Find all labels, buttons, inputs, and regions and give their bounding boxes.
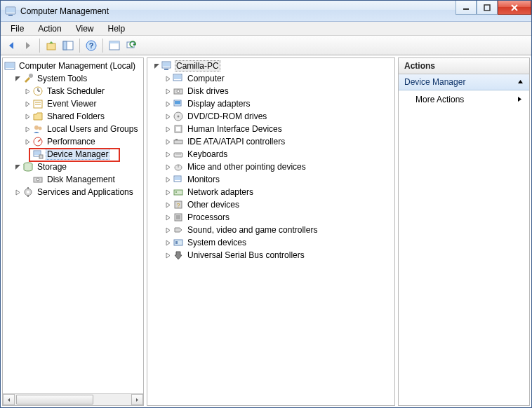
device-category-row[interactable]: DVD/CD-ROM drives (149, 110, 394, 123)
collapse-icon[interactable] (152, 61, 161, 71)
device-root[interactable]: Camilla-PC (149, 60, 394, 72)
minimize-button[interactable] (455, 1, 477, 15)
menu-file[interactable]: File (4, 22, 31, 35)
device-category-label: Network adapters (186, 186, 255, 198)
device-category-row[interactable]: Computer (149, 72, 394, 85)
expand-icon[interactable] (163, 238, 173, 247)
device-category-row[interactable]: Monitors (149, 173, 394, 186)
expand-icon[interactable] (163, 111, 173, 121)
help-button[interactable]: ? (84, 38, 99, 53)
menu-help[interactable]: Help (101, 22, 133, 35)
menu-view[interactable]: View (69, 22, 101, 35)
console-tree[interactable]: Computer Management (Local) System Tools… (3, 58, 143, 393)
expand-icon[interactable] (163, 99, 173, 109)
actions-more-label: More Actions (415, 95, 464, 104)
expand-icon[interactable] (13, 187, 22, 197)
close-button[interactable] (498, 1, 531, 15)
refresh-button[interactable] (124, 38, 139, 53)
tree-services-apps[interactable]: Services and Applications (4, 186, 143, 198)
device-category-row[interactable]: Display adapters (149, 97, 394, 110)
device-category-row[interactable]: Human Interface Devices (149, 123, 394, 135)
mmc-icon (4, 60, 15, 72)
show-hide-tree-button[interactable] (60, 38, 76, 53)
body-panes: Computer Management (Local) System Tools… (1, 55, 531, 407)
forward-button[interactable] (20, 38, 36, 53)
properties-button[interactable] (107, 38, 122, 53)
device-category-row[interactable]: Keyboards (149, 148, 394, 161)
expand-icon[interactable] (163, 149, 173, 159)
titlebar[interactable]: Computer Management (1, 1, 531, 22)
device-category-icon (173, 161, 184, 172)
svg-point-35 (27, 191, 29, 193)
expand-icon[interactable] (22, 137, 32, 147)
device-category-row[interactable]: IDE ATA/ATAPI controllers (149, 135, 394, 148)
expand-icon[interactable] (163, 250, 173, 260)
back-button[interactable] (4, 38, 19, 53)
device-category-row[interactable]: Processors (149, 211, 394, 224)
tree-storage[interactable]: Storage (4, 161, 143, 173)
expand-icon[interactable] (163, 137, 173, 147)
device-category-row[interactable]: Universal Serial Bus controllers (149, 249, 394, 261)
svg-rect-40 (164, 69, 168, 70)
expand-icon[interactable] (163, 225, 173, 235)
tree-system-tools[interactable]: System Tools (4, 72, 143, 85)
tree-root[interactable]: Computer Management (Local) (4, 60, 143, 72)
expand-icon[interactable] (163, 74, 173, 83)
svg-rect-58 (175, 177, 180, 180)
expand-icon[interactable] (163, 200, 173, 210)
scroll-track[interactable] (15, 394, 131, 405)
device-category-row[interactable]: Mice and other pointing devices (149, 161, 394, 173)
horizontal-scrollbar[interactable] (3, 393, 143, 405)
device-category-row[interactable]: ?Other devices (149, 198, 394, 211)
expand-icon[interactable] (22, 111, 32, 121)
device-category-label: Disk drives (186, 86, 230, 97)
menu-action[interactable]: Action (31, 22, 68, 35)
svg-rect-46 (175, 101, 180, 104)
app-icon (5, 6, 16, 17)
scroll-right-button[interactable] (131, 394, 143, 405)
scroll-left-button[interactable] (3, 394, 15, 405)
tree-local-users[interactable]: Local Users and Groups (4, 123, 143, 135)
actions-header: Actions (399, 58, 529, 74)
svg-point-60 (175, 191, 177, 193)
expand-icon[interactable] (22, 124, 32, 134)
menubar: File Action View Help (1, 22, 531, 36)
tree-task-scheduler[interactable]: Task Scheduler (4, 85, 143, 97)
collapse-icon[interactable] (13, 74, 22, 83)
toolbar: ? (1, 36, 531, 55)
svg-point-25 (39, 127, 42, 130)
expand-icon[interactable] (163, 162, 173, 172)
up-button[interactable] (44, 38, 59, 53)
expand-icon[interactable] (163, 175, 173, 184)
maximize-button[interactable] (477, 1, 498, 15)
device-category-row[interactable]: System devices (149, 236, 394, 249)
actions-more[interactable]: More Actions (399, 90, 529, 109)
expand-icon[interactable] (22, 99, 32, 109)
device-category-row[interactable]: Sound, video and game controllers (149, 224, 394, 236)
expand-icon[interactable] (163, 212, 173, 222)
device-category-icon (173, 111, 184, 122)
expand-icon[interactable] (163, 124, 173, 134)
svg-rect-13 (109, 41, 119, 43)
scroll-thumb[interactable] (16, 395, 93, 404)
svg-rect-7 (47, 43, 55, 50)
tree-disk-management[interactable]: Disk Management (4, 173, 143, 186)
expand-icon[interactable] (22, 86, 32, 96)
device-category-label: IDE ATA/ATAPI controllers (186, 136, 286, 147)
device-category-icon (173, 186, 184, 198)
svg-rect-65 (174, 240, 182, 245)
device-category-label: Sound, video and game controllers (186, 224, 319, 236)
expand-icon[interactable] (163, 187, 173, 197)
tree-event-viewer[interactable]: Event Viewer (4, 97, 143, 110)
tree-shared-folders[interactable]: Shared Folders (4, 110, 143, 123)
device-category-row[interactable]: Network adapters (149, 186, 394, 198)
expand-icon[interactable] (163, 86, 173, 96)
device-category-row[interactable]: Disk drives (149, 85, 394, 97)
tools-icon (22, 73, 34, 84)
device-tree[interactable]: Camilla-PC ComputerDisk drivesDisplay ad… (147, 58, 394, 405)
collapse-icon[interactable] (13, 162, 22, 172)
actions-section[interactable]: Device Manager (399, 74, 529, 90)
device-category-icon (173, 224, 184, 236)
tree-performance[interactable]: Performance (4, 135, 143, 148)
device-category-label: Display adapters (186, 98, 251, 109)
